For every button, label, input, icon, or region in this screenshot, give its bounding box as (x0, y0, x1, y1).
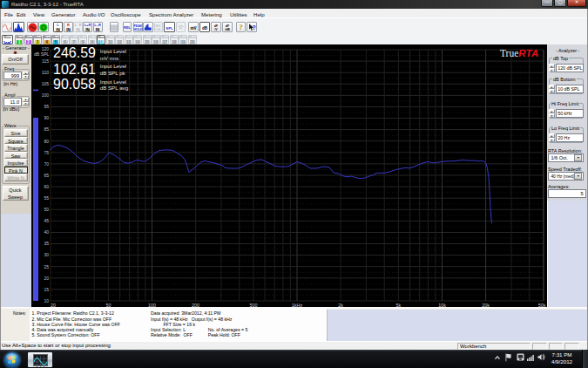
svg-text:105: 105 (42, 81, 50, 86)
svg-text:55: 55 (44, 195, 49, 201)
svg-text:40: 40 (44, 229, 49, 235)
svg-text:115: 115 (42, 58, 49, 64)
svg-text:90: 90 (44, 115, 49, 120)
svg-text:70: 70 (44, 161, 49, 167)
svg-text:dB SPL: dB SPL (34, 51, 50, 57)
svg-text:60: 60 (44, 184, 49, 189)
svg-text:15: 15 (44, 287, 49, 292)
svg-text:75: 75 (44, 150, 49, 155)
svg-text:35: 35 (44, 241, 49, 246)
svg-text:45: 45 (44, 218, 49, 223)
svg-text:20: 20 (44, 276, 49, 281)
svg-text:80: 80 (44, 139, 49, 144)
svg-text:85: 85 (44, 126, 49, 132)
svg-text:95: 95 (44, 104, 49, 109)
svg-text:?: ? (252, 24, 256, 31)
svg-text:50: 50 (44, 207, 49, 212)
svg-text:10: 10 (44, 298, 49, 303)
svg-text:100: 100 (42, 92, 50, 98)
svg-text:25: 25 (44, 264, 49, 269)
svg-text:65: 65 (44, 173, 49, 178)
svg-text:?: ? (239, 23, 243, 31)
svg-text:110: 110 (42, 70, 49, 75)
svg-text:30: 30 (44, 252, 49, 257)
